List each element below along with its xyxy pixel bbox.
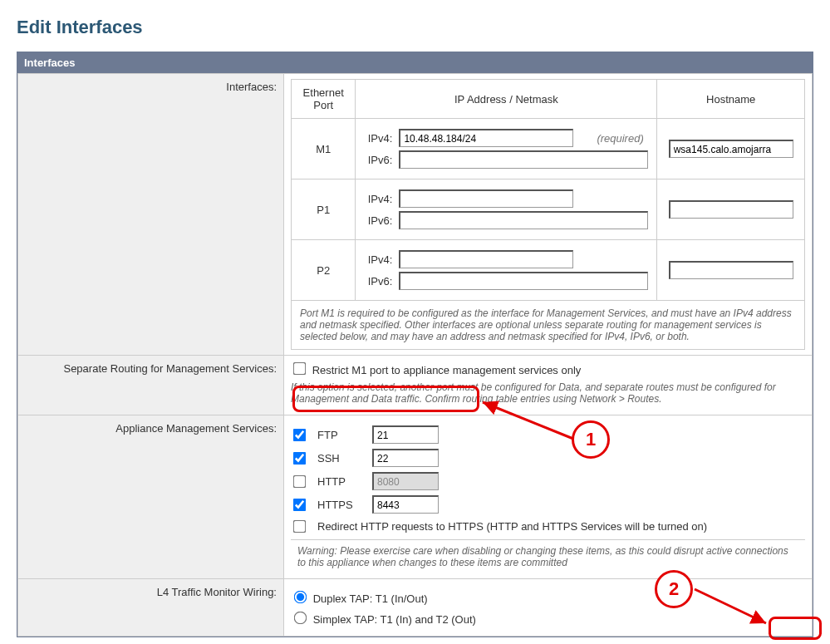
port-name: P2 [292, 240, 356, 301]
port-hostname-cell [657, 240, 805, 301]
ipv6-label: IPv6: [364, 275, 392, 288]
l4-label: L4 Traffic Monitor Wiring: [18, 579, 284, 637]
l4-simplex-row[interactable]: Simplex TAP: T1 (In) and T2 (Out) [291, 613, 476, 626]
ports-note: Port M1 is required to be configured as … [292, 301, 805, 350]
interfaces-row-label: Interfaces: [18, 74, 284, 356]
port-row-p2: P2 IPv4: IPv6: [292, 240, 805, 301]
ports-col-ethernet: Ethernet Port [292, 80, 356, 119]
interfaces-panel: Interfaces Interfaces: Ethernet Port IP … [17, 52, 813, 637]
p1-ipv4-input[interactable] [399, 189, 573, 208]
port-hostname-cell [657, 119, 805, 179]
p2-ipv4-input[interactable] [399, 250, 573, 268]
m1-required-label: (required) [597, 132, 643, 145]
l4-simplex-radio[interactable] [294, 612, 307, 625]
ports-table: Ethernet Port IP Address / Netmask Hostn… [291, 79, 805, 350]
p1-hostname-input[interactable] [669, 200, 793, 219]
interfaces-row-value: Ethernet Port IP Address / Netmask Hostn… [284, 74, 813, 356]
http-checkbox[interactable] [293, 474, 307, 488]
redirect-checkbox[interactable] [293, 520, 307, 533]
svc-ftp-row: FTP [291, 425, 805, 444]
p2-ipv6-input[interactable] [399, 272, 648, 290]
ports-col-ip: IP Address / Netmask [356, 80, 657, 119]
sep-routing-value: Restrict M1 port to appliance management… [284, 356, 813, 415]
ipv4-label: IPv4: [364, 132, 392, 145]
p2-hostname-input[interactable] [669, 261, 793, 279]
ipv4-label: IPv4: [364, 253, 392, 266]
ftp-port-input[interactable] [372, 425, 439, 444]
port-ip-cell: IPv4: IPv6: [356, 240, 657, 301]
restrict-m1-row[interactable]: Restrict M1 port to appliance management… [291, 364, 581, 376]
ftp-checkbox[interactable] [293, 428, 307, 441]
svc-ssh-row: SSH [291, 449, 805, 467]
port-name: M1 [292, 119, 356, 179]
interfaces-form: Interfaces: Ethernet Port IP Address / N… [17, 73, 813, 637]
https-port-input[interactable] [372, 495, 439, 514]
ams-value: FTP SSH HTTP [284, 415, 813, 579]
l4-simplex-label: Simplex TAP: T1 (In) and T2 (Out) [313, 613, 476, 626]
http-port-input[interactable] [372, 472, 439, 490]
port-name: P1 [292, 179, 356, 240]
ipv6-label: IPv6: [364, 154, 392, 166]
https-checkbox[interactable] [293, 498, 307, 511]
port-hostname-cell [657, 179, 805, 240]
ams-warning: Warning: Please exercise care when disab… [291, 539, 805, 573]
page-root: Edit Interfaces Interfaces Interfaces: E… [17, 17, 813, 644]
m1-ipv4-input[interactable] [399, 129, 573, 147]
ssh-port-input[interactable] [372, 449, 439, 467]
l4-duplex-row[interactable]: Duplex TAP: T1 (In/Out) [291, 592, 428, 605]
port-ip-cell: IPv4: (required) IPv6: [356, 119, 657, 179]
restrict-m1-checkbox[interactable] [293, 362, 307, 376]
l4-duplex-radio[interactable] [294, 591, 307, 604]
m1-ipv6-input[interactable] [399, 150, 648, 169]
ipv4-label: IPv4: [364, 193, 392, 205]
l4-duplex-label: Duplex TAP: T1 (In/Out) [313, 592, 428, 605]
svc-redirect-row: Redirect HTTP requests to HTTPS (HTTP an… [291, 519, 805, 534]
port-ip-cell: IPv4: IPv6: [356, 179, 657, 240]
ipv6-label: IPv6: [364, 214, 392, 227]
page-title: Edit Interfaces [17, 17, 813, 38]
panel-header: Interfaces [17, 52, 813, 73]
svc-http-row: HTTP [291, 472, 805, 490]
sep-routing-label: Separate Routing for Management Services… [18, 356, 284, 415]
https-label: HTTPS [317, 499, 364, 511]
m1-hostname-input[interactable] [669, 140, 793, 158]
ssh-label: SSH [317, 452, 364, 465]
restrict-m1-label: Restrict M1 port to appliance management… [312, 364, 582, 376]
http-label: HTTP [317, 475, 364, 488]
ftp-label: FTP [317, 429, 364, 441]
redirect-label: Redirect HTTP requests to HTTPS (HTTP an… [317, 520, 707, 533]
ports-col-hostname: Hostname [657, 80, 805, 119]
svc-https-row: HTTPS [291, 495, 805, 514]
ams-label: Appliance Management Services: [18, 415, 284, 579]
l4-value: Duplex TAP: T1 (In/Out) Simplex TAP: T1 … [284, 579, 813, 637]
p1-ipv6-input[interactable] [399, 211, 648, 229]
port-row-m1: M1 IPv4: (required) IPv6: [292, 119, 805, 179]
ssh-checkbox[interactable] [293, 451, 307, 465]
sep-routing-note: If this option is selected, another port… [291, 376, 805, 410]
port-row-p1: P1 IPv4: IPv6: [292, 179, 805, 240]
